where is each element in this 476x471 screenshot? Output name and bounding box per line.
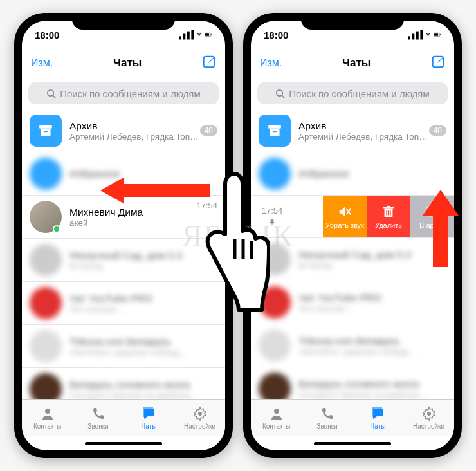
- svg-rect-25: [268, 125, 281, 128]
- page-title: Чаты: [113, 57, 142, 69]
- svg-rect-34: [388, 210, 389, 215]
- svg-rect-35: [390, 210, 391, 215]
- svg-rect-1: [183, 34, 185, 40]
- chat-list[interactable]: Архив Артемий Лебедев, Грядка Toniona, C…: [22, 109, 225, 399]
- avatar: [30, 287, 62, 319]
- svg-point-23: [277, 89, 282, 95]
- search-icon: [46, 89, 56, 98]
- battery-icon: [205, 31, 212, 39]
- list-item[interactable]: Беларусь головного мозгаСегодня в Минске…: [22, 368, 225, 399]
- archive-row[interactable]: Архив Артемий Лебедев, Грядка Toniona, C…: [22, 109, 225, 152]
- avatar: [259, 243, 291, 275]
- signal-icon: [408, 30, 423, 39]
- home-indicator[interactable]: [22, 436, 225, 450]
- list-item[interactable]: Tribuna.com Беларусь«Витебск» одержал по…: [251, 324, 454, 367]
- swipe-mute-button[interactable]: Убрать звук: [323, 196, 367, 237]
- tab-calls[interactable]: Звонки: [73, 400, 124, 436]
- chat-list[interactable]: Архив Артемий Лебедев, Грядка Toniona, C…: [251, 109, 454, 399]
- avatar: [30, 373, 62, 399]
- tab-contacts[interactable]: Контакты: [251, 400, 302, 436]
- swipe-archive-button[interactable]: В архив: [410, 196, 454, 237]
- search-icon: [275, 89, 285, 98]
- archive-icon: [259, 115, 291, 147]
- trash-icon: [381, 205, 396, 219]
- svg-rect-3: [191, 30, 194, 39]
- swipe-delete-button[interactable]: Удалить: [367, 196, 410, 237]
- chat-preview: акей: [69, 218, 217, 228]
- svg-rect-20: [434, 33, 438, 36]
- svg-point-14: [198, 412, 202, 416]
- battery-icon: [434, 31, 441, 39]
- list-item[interactable]: Чат YouTube PROЭто письмо…: [251, 281, 454, 324]
- svg-point-13: [45, 409, 50, 414]
- svg-rect-37: [428, 210, 437, 216]
- svg-rect-2: [187, 32, 190, 40]
- list-item[interactable]: Tribuna.com Беларусь«Витебск» одержал по…: [22, 325, 225, 368]
- svg-rect-38: [430, 212, 434, 213]
- svg-rect-21: [441, 34, 441, 35]
- svg-point-40: [427, 412, 431, 416]
- tab-bar: Контакты Звонки Чаты Настройки: [251, 399, 454, 436]
- svg-rect-36: [427, 207, 438, 210]
- edit-button[interactable]: Изм.: [31, 57, 53, 69]
- list-item[interactable]: Нескучный Сад, дом 5.3M Abney: [251, 238, 454, 281]
- avatar: [30, 244, 62, 276]
- search-placeholder: Поиск по сообщениям и людям: [289, 88, 430, 99]
- nav-bar: Изм. Чаты: [251, 49, 454, 77]
- archive-badge: 40: [200, 125, 217, 136]
- online-indicator: [53, 225, 60, 233]
- search-input[interactable]: Поиск по сообщениям и людям: [28, 82, 219, 104]
- compose-button[interactable]: [431, 55, 445, 71]
- avatar: [259, 286, 291, 319]
- tab-chats[interactable]: Чаты: [352, 400, 403, 436]
- svg-rect-26: [270, 129, 279, 136]
- svg-rect-31: [383, 207, 394, 208]
- tab-bar: Контакты Звонки Чаты Настройки: [22, 399, 225, 436]
- edit-button[interactable]: Изм.: [260, 57, 282, 69]
- list-item[interactable]: Чат YouTube PROЭто письмо…: [22, 282, 225, 325]
- tab-contacts[interactable]: Контакты: [22, 400, 73, 436]
- avatar: [259, 329, 291, 362]
- svg-rect-12: [44, 131, 48, 132]
- archive-title: Архив: [69, 120, 200, 132]
- wifi-icon: [197, 31, 201, 39]
- status-time: 18:00: [35, 30, 59, 41]
- avatar: [259, 158, 291, 190]
- chat-time: 17:54: [262, 206, 283, 216]
- list-item[interactable]: Избранное: [251, 152, 454, 196]
- avatar: [30, 330, 62, 362]
- svg-rect-17: [416, 32, 419, 40]
- phone-left: 18:00 Изм. Чаты Поиск по сообщениям и лю…: [14, 13, 233, 458]
- notch: [301, 13, 404, 30]
- compose-button[interactable]: [202, 55, 216, 71]
- avatar: [30, 158, 62, 190]
- notch: [72, 13, 175, 30]
- home-indicator[interactable]: [251, 436, 454, 450]
- list-item[interactable]: Беларусь головного мозгаСегодня в Минске…: [251, 367, 454, 399]
- signal-icon: [179, 30, 194, 39]
- list-item[interactable]: Избранное: [22, 152, 225, 196]
- tab-chats[interactable]: Чаты: [124, 400, 174, 436]
- tab-settings[interactable]: Настройки: [174, 400, 225, 436]
- archive-row[interactable]: Архив Артемий Лебедев, Грядка Toniona, C…: [251, 109, 454, 152]
- archive-subtitle: Артемий Лебедев, Грядка Toniona, CocoaHe…: [298, 132, 429, 142]
- svg-rect-0: [179, 37, 181, 40]
- archive-icon: [425, 205, 439, 219]
- tab-settings[interactable]: Настройки: [403, 400, 454, 436]
- svg-rect-32: [387, 205, 390, 207]
- archive-title: Архив: [298, 120, 429, 132]
- tab-calls[interactable]: Звонки: [302, 400, 352, 436]
- chat-row-highlight[interactable]: Михневич Дима акей 17:54: [22, 196, 225, 239]
- archive-subtitle: Артемий Лебедев, Грядка Toniona, CocoaHe…: [69, 132, 200, 142]
- svg-point-8: [48, 89, 53, 95]
- svg-rect-5: [205, 33, 209, 36]
- chat-row-swiped[interactable]: 17:54 Убрать звук Удалить: [251, 196, 454, 238]
- search-input[interactable]: Поиск по сообщениям и людям: [257, 82, 448, 104]
- svg-rect-6: [212, 34, 212, 35]
- svg-rect-11: [41, 129, 50, 136]
- status-time: 18:00: [264, 30, 288, 41]
- mute-icon: [338, 205, 352, 219]
- svg-point-39: [274, 409, 279, 414]
- phone-right: 18:00 Изм. Чаты Поиск по сообщениям и лю…: [243, 13, 462, 458]
- list-item[interactable]: Нескучный Сад, дом 5.3M Abney: [22, 239, 225, 282]
